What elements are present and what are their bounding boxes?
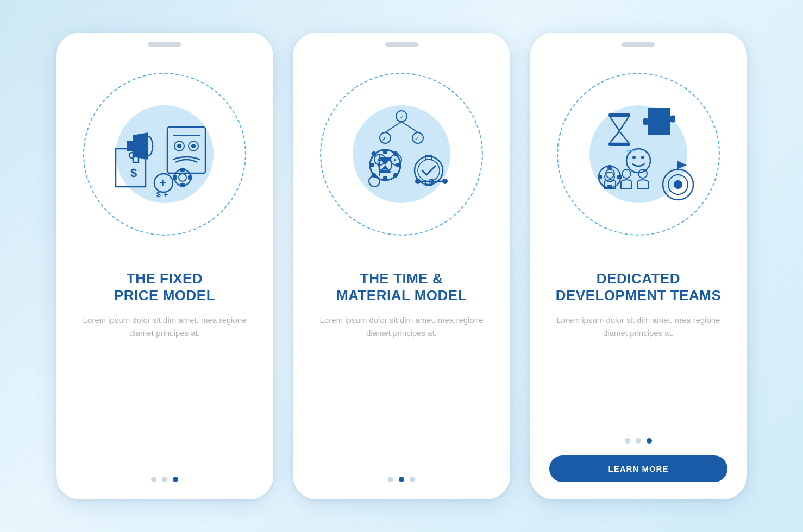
svg-text:✗: ✗ — [382, 136, 386, 142]
svg-rect-21 — [383, 149, 387, 154]
svg-text:+: + — [164, 190, 168, 199]
card-title-fixed-price: THE FIXEDPRICE MODEL — [101, 270, 228, 304]
svg-text:+: + — [159, 176, 166, 189]
dot-2-2-active — [399, 477, 404, 482]
notch-2 — [385, 42, 418, 47]
svg-point-56 — [641, 156, 644, 159]
dot-3-3-active — [647, 438, 652, 444]
phone-card-dedicated-teams: DEDICATEDDEVELOPMENT TEAMS Lorem ipsum d… — [530, 33, 747, 499]
svg-point-8 — [191, 144, 196, 148]
dots-fixed-price — [151, 464, 178, 482]
dot-1 — [151, 477, 156, 482]
svg-line-39 — [385, 122, 402, 132]
svg-rect-11 — [180, 168, 185, 172]
dot-3-2 — [636, 438, 641, 444]
icon-time-material: ✓ ✗ ✓ ✗ ✗ — [325, 78, 478, 230]
svg-text:$: $ — [130, 166, 137, 180]
svg-text:$: $ — [156, 190, 161, 199]
dots-time-material — [388, 464, 415, 482]
learn-more-button[interactable]: LEARN MORE — [549, 455, 727, 482]
card-body-dedicated-teams: Lorem ipsum dolor sit dim amet, mea regi… — [530, 314, 747, 340]
card-title-dedicated-teams: DEDICATEDDEVELOPMENT TEAMS — [543, 270, 735, 304]
notch — [148, 42, 181, 47]
svg-point-59 — [638, 169, 647, 178]
svg-rect-62 — [607, 165, 612, 169]
card-body-fixed-price: Lorem ipsum dolor sit dim amet, mea regi… — [56, 314, 273, 340]
svg-rect-22 — [383, 176, 387, 181]
svg-line-40 — [402, 122, 418, 132]
card-body-time-material: Lorem ipsum dolor sit dim amet, mea regi… — [293, 314, 510, 340]
svg-rect-13 — [173, 175, 177, 180]
dot-3-active — [173, 477, 178, 482]
svg-text:✗: ✗ — [393, 157, 397, 163]
dot-3-1 — [625, 438, 630, 444]
svg-point-54 — [626, 149, 650, 173]
svg-point-49 — [415, 179, 421, 184]
svg-point-58 — [622, 169, 631, 178]
cards-container: $ — [56, 33, 747, 499]
svg-text:✓: ✓ — [400, 114, 404, 120]
card-title-time-material: THE TIME &MATERIAL MODEL — [323, 270, 480, 304]
svg-rect-23 — [369, 163, 374, 167]
svg-point-68 — [674, 180, 682, 189]
illustration-fixed-price: $ — [56, 51, 273, 257]
icon-fixed-price: $ — [89, 78, 241, 230]
svg-rect-14 — [188, 175, 192, 180]
phone-card-time-material: ✓ ✗ ✓ ✗ ✗ — [293, 33, 510, 499]
svg-point-30 — [418, 160, 440, 181]
svg-point-6 — [177, 144, 181, 148]
dots-dedicated-teams — [625, 425, 652, 444]
dot-2-1 — [388, 477, 393, 482]
svg-text:✓: ✓ — [415, 136, 419, 142]
svg-rect-3 — [167, 127, 205, 173]
svg-point-55 — [632, 156, 636, 159]
svg-rect-64 — [598, 175, 602, 179]
dot-2-3 — [410, 477, 415, 482]
svg-rect-12 — [180, 183, 185, 187]
icon-dedicated-teams — [562, 78, 714, 230]
svg-point-50 — [442, 179, 448, 184]
phone-card-fixed-price: $ — [56, 33, 273, 499]
notch-3 — [622, 42, 655, 47]
illustration-dedicated-teams — [530, 51, 747, 257]
dot-2 — [162, 477, 167, 482]
svg-rect-63 — [607, 185, 612, 189]
svg-point-10 — [179, 174, 186, 181]
illustration-time-material: ✓ ✗ ✓ ✗ ✗ — [293, 51, 510, 257]
svg-rect-65 — [617, 175, 622, 179]
